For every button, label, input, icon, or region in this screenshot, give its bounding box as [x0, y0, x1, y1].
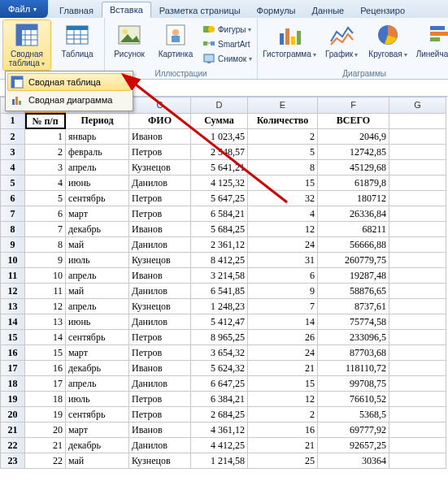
- cell[interactable]: Период: [66, 113, 129, 129]
- cell[interactable]: 260779,75: [318, 253, 389, 268]
- cell[interactable]: 30364: [318, 453, 389, 469]
- cell[interactable]: [389, 284, 446, 299]
- cell[interactable]: 15: [248, 176, 318, 191]
- col-header-C[interactable]: C: [129, 98, 191, 114]
- cell[interactable]: 99708,75: [318, 376, 389, 392]
- cell[interactable]: Петров: [129, 345, 191, 361]
- cell[interactable]: 4 125,32: [191, 176, 248, 191]
- row-header[interactable]: 11: [1, 268, 25, 284]
- cell[interactable]: 6 384,21: [191, 392, 248, 407]
- table-button[interactable]: Таблица: [53, 20, 102, 71]
- cell[interactable]: 5: [25, 191, 66, 206]
- cell[interactable]: сентябрь: [66, 330, 129, 345]
- cell[interactable]: 2: [248, 407, 318, 422]
- cell[interactable]: 45129,68: [318, 160, 389, 176]
- cell[interactable]: 69777,92: [318, 422, 389, 438]
- cell[interactable]: 58876,65: [318, 284, 389, 299]
- cell[interactable]: 8: [25, 237, 66, 253]
- cell[interactable]: 7: [248, 299, 318, 314]
- smartart-button[interactable]: SmartArt: [200, 37, 254, 51]
- cell[interactable]: 12: [25, 299, 66, 314]
- cell[interactable]: 75774,58: [318, 314, 389, 330]
- cell[interactable]: 87703,68: [318, 345, 389, 361]
- cell[interactable]: 5 684,25: [191, 222, 248, 237]
- row-header[interactable]: 1: [1, 113, 25, 129]
- tab-home[interactable]: Главная: [51, 2, 102, 18]
- cell[interactable]: 17: [25, 376, 66, 392]
- cell[interactable]: 8 412,25: [191, 253, 248, 268]
- cell[interactable]: 2: [248, 129, 318, 145]
- cell[interactable]: Иванов: [129, 422, 191, 438]
- cell[interactable]: Данилов: [129, 237, 191, 253]
- bar-chart-button[interactable]: Линейчатая: [413, 20, 448, 68]
- row-header[interactable]: 12: [1, 284, 25, 299]
- tab-formulas[interactable]: Формулы: [249, 2, 304, 18]
- row-header[interactable]: 9: [1, 237, 25, 253]
- cell[interactable]: 16: [25, 361, 66, 376]
- cell[interactable]: [389, 376, 446, 392]
- cell[interactable]: Иванов: [129, 361, 191, 376]
- cell[interactable]: [389, 330, 446, 345]
- cell[interactable]: 21: [248, 438, 318, 453]
- cell[interactable]: Кузнецов: [129, 299, 191, 314]
- cell[interactable]: 5 641,21: [191, 160, 248, 176]
- cell[interactable]: 20: [25, 422, 66, 438]
- col-header-G[interactable]: G: [389, 98, 446, 114]
- tab-file[interactable]: Файл: [0, 0, 48, 18]
- cell[interactable]: апрель: [66, 268, 129, 284]
- cell[interactable]: 180712: [318, 191, 389, 206]
- cell[interactable]: [389, 268, 446, 284]
- cell[interactable]: 1: [25, 129, 66, 145]
- cell[interactable]: 3: [25, 160, 66, 176]
- col-header-D[interactable]: D: [191, 98, 248, 114]
- cell[interactable]: 12742,85: [318, 145, 389, 160]
- cell[interactable]: 8737,61: [318, 299, 389, 314]
- cell[interactable]: 32: [248, 191, 318, 206]
- cell[interactable]: 26336,84: [318, 206, 389, 222]
- cell[interactable]: 21: [248, 361, 318, 376]
- cell[interactable]: [389, 253, 446, 268]
- cell[interactable]: 2 548,57: [191, 145, 248, 160]
- cell[interactable]: Иванов: [129, 129, 191, 145]
- row-header[interactable]: 13: [1, 299, 25, 314]
- cell[interactable]: [389, 160, 446, 176]
- cell[interactable]: [389, 438, 446, 453]
- row-header[interactable]: 22: [1, 438, 25, 453]
- cell[interactable]: декабрь: [66, 361, 129, 376]
- shapes-button[interactable]: Фигуры: [200, 22, 254, 37]
- cell[interactable]: ВСЕГО: [318, 113, 389, 129]
- pivot-menu-table[interactable]: Сводная таблица: [7, 73, 131, 91]
- row-header[interactable]: 6: [1, 191, 25, 206]
- cell[interactable]: 10: [25, 268, 66, 284]
- cell[interactable]: 24: [248, 345, 318, 361]
- cell[interactable]: май: [66, 453, 129, 469]
- cell[interactable]: декабрь: [66, 222, 129, 237]
- tab-review[interactable]: Рецензиро: [352, 2, 413, 18]
- cell[interactable]: 1 248,23: [191, 299, 248, 314]
- cell[interactable]: [389, 237, 446, 253]
- row-header[interactable]: 5: [1, 176, 25, 191]
- cell[interactable]: 4: [25, 176, 66, 191]
- cell[interactable]: [389, 113, 446, 129]
- cell[interactable]: 12: [248, 222, 318, 237]
- cell[interactable]: январь: [66, 129, 129, 145]
- row-header[interactable]: 2: [1, 129, 25, 145]
- cell[interactable]: 6 647,25: [191, 376, 248, 392]
- cell[interactable]: 19287,48: [318, 268, 389, 284]
- row-header[interactable]: 15: [1, 330, 25, 345]
- cell[interactable]: 4 361,12: [191, 422, 248, 438]
- grid-table[interactable]: A B C D E F G 1№ п/пПериодФИОСуммаКоличе…: [0, 97, 446, 469]
- cell[interactable]: 5368,5: [318, 407, 389, 422]
- cell[interactable]: [389, 191, 446, 206]
- cell[interactable]: 61879,8: [318, 176, 389, 191]
- cell[interactable]: 56666,88: [318, 237, 389, 253]
- cell[interactable]: 3 654,32: [191, 345, 248, 361]
- cell[interactable]: 9: [248, 284, 318, 299]
- row-header[interactable]: 23: [1, 453, 25, 469]
- row-header[interactable]: 17: [1, 361, 25, 376]
- cell[interactable]: май: [66, 284, 129, 299]
- cell[interactable]: 19: [25, 407, 66, 422]
- cell[interactable]: Сумма: [191, 113, 248, 129]
- cell[interactable]: 16: [248, 422, 318, 438]
- cell[interactable]: 25: [248, 453, 318, 469]
